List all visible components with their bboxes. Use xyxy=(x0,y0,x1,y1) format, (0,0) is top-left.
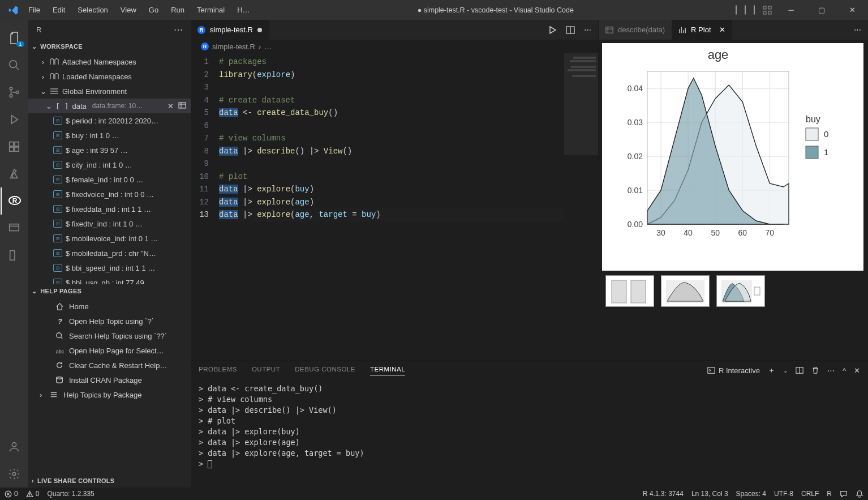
encoding-status[interactable]: UTF-8 xyxy=(774,490,793,498)
terminal-dropdown-icon[interactable]: ⌄ xyxy=(783,367,788,374)
menu-item[interactable]: Edit xyxy=(47,3,71,16)
menu-item[interactable]: Selection xyxy=(72,3,113,16)
layout-bottom-icon[interactable] xyxy=(745,6,746,14)
debug-icon[interactable] xyxy=(1,106,28,133)
close-panel-icon[interactable]: ✕ xyxy=(854,366,860,375)
split-editor-icon[interactable] xyxy=(566,25,575,35)
editor-tab[interactable]: R simple-test.R xyxy=(191,20,269,40)
tree-row[interactable]: ⊞$ fixedvoice_ind : int 0 0 … xyxy=(28,187,191,202)
eol-status[interactable]: CRLF xyxy=(801,490,819,498)
tree-row[interactable]: ⊞$ fixedtv_ind : int 1 0 … xyxy=(28,216,191,231)
extensions-icon[interactable] xyxy=(1,133,28,160)
tab-describe[interactable]: describe(data) xyxy=(599,20,672,40)
tree-row[interactable]: ›Attached Namespaces xyxy=(28,54,191,69)
minimize-button[interactable]: ─ xyxy=(780,2,802,18)
azure-icon[interactable] xyxy=(1,160,28,187)
remote-icon[interactable] xyxy=(1,215,28,242)
plot-thumb-1[interactable] xyxy=(605,275,654,307)
feedback-icon[interactable] xyxy=(840,490,848,498)
help-row[interactable]: Search Help Topics using `??` xyxy=(28,328,191,343)
language-status[interactable]: R xyxy=(827,490,832,498)
tab-output[interactable]: OUTPUT xyxy=(252,366,280,375)
terminal-profile[interactable]: R Interactive xyxy=(707,366,760,375)
tree-row[interactable]: ⊞$ mobilevoice_ind: int 0 1 … xyxy=(28,231,191,246)
layout-customize-icon[interactable] xyxy=(763,6,772,15)
run-file-icon[interactable] xyxy=(548,25,557,35)
tab-terminal[interactable]: TERMINAL xyxy=(370,366,405,375)
quarto-status[interactable]: Quarto: 1.2.335 xyxy=(47,490,94,498)
tree-row[interactable]: ⌄[ ]datadata.frame: 10…✕ xyxy=(28,99,191,113)
r-version-status[interactable]: R 4.1.3: 3744 xyxy=(643,490,684,498)
layout-icon-side[interactable] xyxy=(1,242,28,269)
help-pages-section-header[interactable]: ⌄ HELP PAGES xyxy=(28,284,191,298)
namespace-icon xyxy=(50,58,59,66)
tree-row[interactable]: ⊞$ buy : int 1 0 … xyxy=(28,128,191,143)
live-share-section-header[interactable]: › LIVE SHARE CONTROLS xyxy=(28,474,191,488)
menu-item[interactable]: H… xyxy=(231,3,255,16)
tree-row[interactable]: ⊞$ bbi_speed_ind : int 1 1 … xyxy=(28,260,191,275)
plot-thumb-3[interactable] xyxy=(716,275,765,307)
svg-rect-36 xyxy=(606,27,613,33)
tree-row[interactable]: ›Loaded Namespaces xyxy=(28,69,191,84)
maximize-panel-icon[interactable]: ^ xyxy=(843,366,846,375)
warnings-count[interactable]: 0 xyxy=(26,490,40,498)
plot-thumb-2[interactable] xyxy=(661,275,710,307)
close-icon[interactable]: ✕ xyxy=(167,102,174,110)
layout-right-icon[interactable] xyxy=(754,6,755,14)
sidebar-more-icon[interactable]: ⋯ xyxy=(174,24,183,35)
breadcrumb[interactable]: R simple-test.R › … xyxy=(191,40,598,53)
kill-terminal-icon[interactable] xyxy=(811,366,819,374)
accounts-icon[interactable] xyxy=(1,433,28,460)
settings-gear-icon[interactable] xyxy=(1,460,28,488)
menu-item[interactable]: File xyxy=(23,3,46,16)
help-row[interactable]: ?Open Help Topic using `?` xyxy=(28,314,191,328)
column-icon: ⊞ xyxy=(53,146,62,154)
help-row[interactable]: ›Help Topics by Package xyxy=(28,387,191,402)
close-tab-icon[interactable]: ✕ xyxy=(719,25,725,34)
tree-row[interactable]: ⊞$ fixeddata_ind : int 1 1 … xyxy=(28,202,191,216)
split-terminal-icon[interactable] xyxy=(796,366,803,374)
view-icon[interactable] xyxy=(178,102,186,110)
code-content[interactable]: # packageslibrary(explore)# create datas… xyxy=(219,53,564,360)
explorer-icon[interactable]: 1 xyxy=(1,24,28,52)
tab-debug-console[interactable]: DEBUG CONSOLE xyxy=(295,366,355,375)
close-button[interactable]: ✕ xyxy=(841,2,863,18)
help-row[interactable]: abcOpen Help Page for Select… xyxy=(28,343,191,358)
tab-r-plot[interactable]: R Plot ✕ xyxy=(672,20,732,40)
tree-row[interactable]: ⊞$ female_ind : int 0 0 … xyxy=(28,172,191,187)
cursor-position[interactable]: Ln 13, Col 3 xyxy=(691,490,728,498)
tree-row[interactable]: ⊞$ city_ind : int 1 0 … xyxy=(28,157,191,172)
help-row[interactable]: Home xyxy=(28,299,191,314)
errors-count[interactable]: 0 xyxy=(5,490,18,498)
workspace-section-header[interactable]: ⌄ WORKSPACE xyxy=(28,40,191,53)
editor-more-icon[interactable]: ⋯ xyxy=(584,25,591,35)
minimap[interactable] xyxy=(564,53,598,360)
minimap-slider[interactable] xyxy=(564,53,598,155)
terminal-content[interactable]: > data <- create_data_buy()> # view colu… xyxy=(191,380,868,473)
menu-item[interactable]: View xyxy=(115,3,142,16)
terminal-more-icon[interactable]: ⋯ xyxy=(827,366,835,375)
maximize-button[interactable]: ▢ xyxy=(810,2,833,18)
help-row[interactable]: Install CRAN Package xyxy=(28,373,191,387)
r-extension-icon[interactable]: R xyxy=(1,187,28,215)
search-icon[interactable] xyxy=(1,52,28,79)
help-label: Install CRAN Package xyxy=(69,376,142,384)
notifications-icon[interactable] xyxy=(856,490,863,498)
menu-item[interactable]: Go xyxy=(143,3,164,16)
menu-item[interactable]: Run xyxy=(165,3,190,16)
new-terminal-icon[interactable]: ＋ xyxy=(768,365,775,375)
indentation-status[interactable]: Spaces: 4 xyxy=(736,490,766,498)
tree-row[interactable]: ⌄Global Environment xyxy=(28,84,191,99)
layout-left-icon[interactable] xyxy=(736,6,737,14)
editor-body[interactable]: 12345678910111213 # packageslibrary(expl… xyxy=(191,53,598,360)
help-row[interactable]: Clear Cache & Restart Help… xyxy=(28,358,191,373)
object-icon: [ ] xyxy=(55,102,68,110)
source-control-icon[interactable] xyxy=(1,79,28,106)
tree-row[interactable]: ⊞$ mobiledata_prd : chr "N… xyxy=(28,246,191,260)
tree-row[interactable]: ⊞$ period : int 202012 2020… xyxy=(28,113,191,128)
tab-problems[interactable]: PROBLEMS xyxy=(199,366,237,375)
panel-more-icon[interactable]: ⋯ xyxy=(854,25,861,34)
tree-row[interactable]: ⊞$ bbi_usg_gb : int 77 49 … xyxy=(28,275,191,284)
tree-row[interactable]: ⊞$ age : int 39 57 … xyxy=(28,143,191,157)
menu-item[interactable]: Terminal xyxy=(191,3,230,16)
